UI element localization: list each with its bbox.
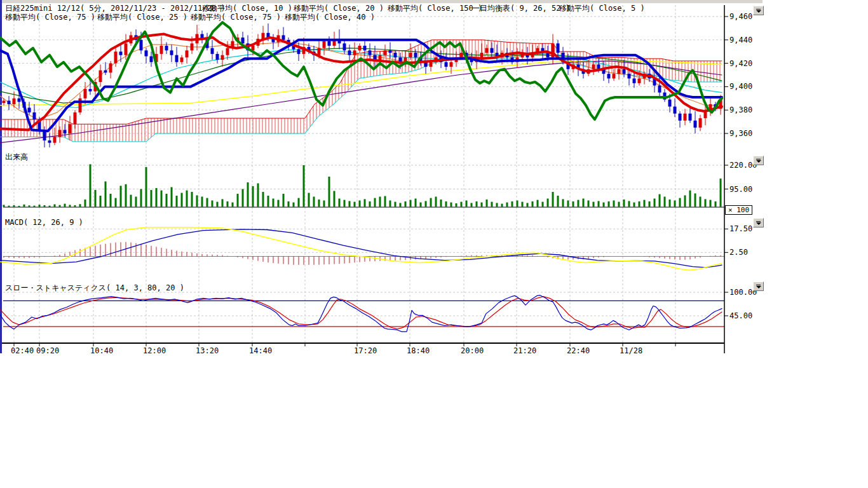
stochastics-pane-dropdown-button[interactable] — [753, 281, 764, 291]
volume-multiplier-badge: × 100 — [725, 205, 752, 215]
time-axis-tick-2: 10:40 — [90, 347, 113, 355]
chart-application-window: 日経225mini 12/12( 5分, 2012/11/23 - 2012/1… — [0, 0, 868, 488]
price-axis-tick-4: 9,380 — [729, 106, 752, 114]
price-axis-tick-3: 9,400 — [729, 83, 752, 90]
chevron-down-icon — [756, 286, 761, 288]
time-axis-tick-1: 09:20 — [36, 347, 59, 355]
price-axis-tick-2: 9,420 — [729, 60, 752, 67]
indicator-label-0: 移動平均( Close, 10 ) — [202, 4, 292, 13]
time-axis-tick-9: 20:00 — [461, 347, 484, 355]
volume-pane-dropdown-button[interactable] — [753, 156, 764, 165]
macd-pane-dropdown-button[interactable] — [753, 218, 764, 227]
price-axis-tick-1: 9,440 — [729, 36, 752, 44]
macd-pane-label: MACD( 12, 26, 9 ) — [5, 219, 83, 227]
time-axis-tick-0: 02:40 — [11, 347, 34, 355]
chevron-down-icon — [756, 10, 761, 13]
price-pane-dropdown-button[interactable] — [753, 6, 764, 15]
stochastics-pane-label: スロー・ストキャスティクス( 14, 3, 80, 20 ) — [5, 284, 184, 292]
dropdown-icon — [756, 221, 761, 222]
indicator-label-3: 一目均衡表( 9, 26, 52 ) — [472, 4, 570, 13]
time-axis-tick-10: 21:20 — [513, 347, 536, 355]
chevron-down-icon — [756, 160, 761, 163]
stoch-axis-tick-1: 45.00 — [729, 312, 752, 320]
macd-axis-tick-1: 2.50 — [729, 248, 748, 256]
time-axis-tick-4: 13:20 — [196, 347, 219, 355]
indicator-label-2: 移動平均( Close, 150 ) — [388, 4, 482, 13]
dropdown-icon — [756, 9, 761, 10]
time-axis-tick-12: 11/28 — [620, 347, 642, 355]
indicator-label-r2-2: 移動平均( Close, 75 ) — [191, 13, 281, 22]
time-axis-tick-5: 14:40 — [249, 347, 272, 355]
macd-axis-tick-0: 17.50 — [729, 225, 752, 233]
chevron-down-icon — [756, 222, 761, 225]
indicator-label-1: 移動平均( Close, 20 ) — [294, 4, 384, 13]
chart-title: 日経225mini 12/12( 5分, 2012/11/23 - 2012/1… — [5, 4, 226, 13]
time-axis-tick-8: 18:40 — [407, 347, 430, 355]
volume-pane-label: 出来高 — [5, 153, 28, 161]
price-axis-tick-0: 9,460 — [729, 13, 752, 20]
dropdown-icon — [756, 285, 761, 285]
time-axis-tick-11: 22:40 — [567, 347, 590, 355]
chart-canvas — [0, 0, 769, 369]
volume-axis-tick-1: 95.00 — [729, 186, 752, 193]
indicator-label-4: 移動平均( Close, 5 ) — [559, 4, 645, 13]
dropdown-icon — [756, 159, 761, 159]
price-axis-tick-5: 9,360 — [729, 130, 752, 137]
time-axis-tick-3: 12:00 — [143, 347, 166, 355]
indicator-label-r2-3: 移動平均( Close, 40 ) — [285, 13, 375, 22]
indicator-label-r2-0: 移動平均( Close, 75 ) — [5, 13, 95, 22]
time-axis-tick-7: 17:20 — [354, 347, 377, 355]
indicator-label-r2-1: 移動平均( Close, 25 ) — [97, 13, 187, 22]
